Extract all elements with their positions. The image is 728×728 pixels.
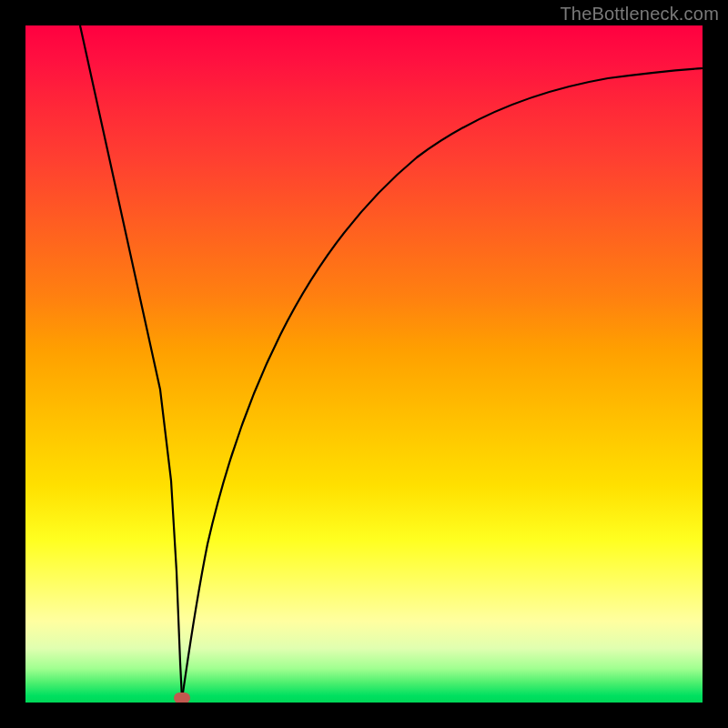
watermark-text: TheBottleneck.com	[560, 4, 719, 25]
bottleneck-curve	[25, 25, 703, 703]
plot-area	[25, 25, 703, 703]
curve-left-branch	[80, 25, 182, 699]
chart-frame: TheBottleneck.com	[0, 0, 728, 728]
curve-right-branch	[182, 68, 703, 699]
minimum-marker	[174, 693, 190, 703]
